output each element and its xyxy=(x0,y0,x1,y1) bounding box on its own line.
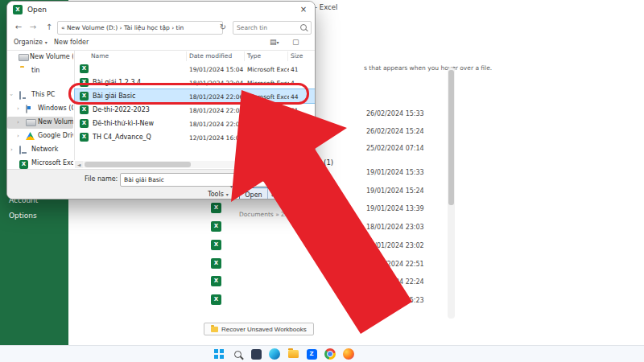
file-date: 12/01/2024 16:06 xyxy=(189,134,243,142)
file-type-combo[interactable]: All Excel Files xyxy=(238,173,312,187)
column-header-date-modified[interactable]: Date modified xyxy=(189,52,232,60)
file-type: Microsoft Excel W... xyxy=(247,93,289,101)
column-header-type[interactable]: Type xyxy=(247,52,261,60)
search-input[interactable] xyxy=(235,22,301,34)
file-size: 2 xyxy=(291,134,295,142)
open-button[interactable]: Open xyxy=(239,187,278,200)
tree-item-microsoft-excel[interactable]: Microsoft Excel xyxy=(7,158,73,170)
excel-file-icon xyxy=(80,133,89,142)
organize-label: Organize xyxy=(14,39,43,46)
chrome-button[interactable] xyxy=(324,348,336,360)
recent-file-row[interactable]: 18/01/2024 15:23 xyxy=(0,294,483,311)
edge-icon xyxy=(269,348,280,360)
file-date: 18/01/2024 22:07 xyxy=(189,107,243,114)
tree-item-network[interactable]: Network xyxy=(7,144,73,156)
excel-file-icon xyxy=(80,105,89,114)
search-icon xyxy=(300,24,307,31)
excel-file-icon xyxy=(211,294,221,305)
tree-item-label: This PC xyxy=(31,91,55,98)
firefox-button[interactable] xyxy=(342,348,355,360)
chevron-icon[interactable] xyxy=(17,105,19,112)
close-icon[interactable] xyxy=(292,2,315,18)
excel-file-icon xyxy=(211,203,221,213)
file-row[interactable]: Đề-thi-thử-kì-I-New 18/01/2024 22:03 Mic… xyxy=(75,117,315,130)
scrollbar-thumb[interactable] xyxy=(448,70,454,205)
zalo-button[interactable] xyxy=(305,348,318,360)
tree-item-this-pc[interactable]: This PC xyxy=(7,89,73,101)
chevron-expanded-icon[interactable] xyxy=(8,94,14,97)
forward-button[interactable] xyxy=(27,21,39,34)
file-size: 63 xyxy=(291,121,299,128)
cancel-button[interactable]: Cancel xyxy=(279,187,315,200)
refresh-button[interactable] xyxy=(217,21,229,34)
excel-icon xyxy=(19,160,28,169)
file-explorer-button[interactable] xyxy=(287,348,299,360)
screen: Account Options - Excel s that appears w… xyxy=(0,0,644,362)
file-row-selected[interactable]: Bài giải Basic 18/01/2024 22:06 Microsof… xyxy=(75,89,315,103)
tree-item-new-volume-d[interactable]: New Volume (D: xyxy=(7,117,73,129)
recent-file-row[interactable]: 18/01/2024 23:03 xyxy=(0,220,483,238)
file-type: Microsoft Excel W... xyxy=(247,80,289,87)
taskbar-icons xyxy=(213,348,355,360)
chevron-icon[interactable] xyxy=(17,133,19,139)
horizontal-scrollbar[interactable] xyxy=(75,161,315,168)
taskbar-search-button[interactable] xyxy=(231,348,244,360)
open-dialog: Open « New Volume (D:) › Tài liệu học tậ… xyxy=(6,1,316,200)
file-date: 18/01/2024 23:03 xyxy=(366,224,424,231)
address-breadcrumb[interactable]: « New Volume (D:) › Tài liệu học tập › t… xyxy=(57,21,223,35)
recover-unsaved-workbooks-button[interactable]: Recover Unsaved Workbooks xyxy=(204,323,314,335)
file-row[interactable]: TH C4_Advance_Q 12/01/2024 16:06 Microso… xyxy=(75,130,315,144)
tree-item-windows-c[interactable]: Windows (C:) xyxy=(7,103,73,115)
chevron-icon[interactable] xyxy=(17,119,19,125)
tools-menu-button[interactable]: Tools xyxy=(202,188,234,200)
chevron-icon[interactable] xyxy=(10,146,13,153)
chrome-icon xyxy=(324,348,336,360)
drive-icon xyxy=(26,119,36,126)
scrollbar-thumb[interactable] xyxy=(85,162,191,167)
tree-item-new-volume-d-quick[interactable]: New Volume (D: xyxy=(7,51,73,64)
window-title: - Excel xyxy=(315,3,337,11)
file-row[interactable]: Bài giải 1,2,3,4 18/01/2024 22:04 Micros… xyxy=(75,76,315,89)
file-date: 25/02/2024 07:14 xyxy=(366,145,424,152)
column-header-size[interactable]: Size xyxy=(291,52,303,60)
recent-file-row[interactable]: 18/01/2024 22:24 xyxy=(0,275,483,293)
app-icon xyxy=(251,349,262,360)
file-name-value: Bài giải Basic xyxy=(124,175,225,185)
recent-file-row[interactable]: 18/01/2024 23:02 xyxy=(0,239,483,257)
file-row[interactable]: 19/01/2024 15:04 Microsoft Excel W... 41 xyxy=(75,62,315,76)
edge-button[interactable] xyxy=(268,348,281,360)
backstage-scrollbar[interactable] xyxy=(448,68,455,319)
file-type: Microsoft Excel W... xyxy=(247,66,289,73)
file-name: TH C4_Advance_Q xyxy=(93,134,186,141)
file-name: De-thi-2022-2023 xyxy=(93,106,186,113)
tree-item-tin-folder[interactable]: tin xyxy=(7,65,73,77)
tree-item-label: tin xyxy=(31,67,39,74)
up-button[interactable] xyxy=(43,21,56,34)
tree-item-label: New Volume (D: xyxy=(38,118,73,125)
excel-file-icon xyxy=(80,92,89,101)
column-divider xyxy=(287,51,288,61)
dialog-titlebar[interactable]: Open xyxy=(7,2,315,18)
new-folder-button[interactable]: New folder xyxy=(54,39,89,46)
file-size: 44 xyxy=(291,93,299,101)
tree-item-google-drive-g[interactable]: Google Drive (G xyxy=(7,130,73,142)
column-header-name[interactable]: Name xyxy=(91,52,109,60)
view-options-icon[interactable]: ▤ xyxy=(270,38,279,46)
file-row[interactable]: De-thi-2022-2023 18/01/2024 22:07 Micros… xyxy=(75,103,315,117)
recent-file-row[interactable]: 18/01/2024 22:51 xyxy=(0,257,483,275)
open-split-arrow[interactable] xyxy=(267,188,277,200)
excel-icon xyxy=(13,5,23,14)
cancel-button-label: Cancel xyxy=(286,191,308,199)
back-button[interactable] xyxy=(12,21,25,34)
file-name: Đề-thi-thử-kì-I-New xyxy=(93,120,186,127)
preview-pane-icon[interactable]: ▢ xyxy=(292,38,299,46)
search-box[interactable] xyxy=(233,21,312,35)
file-date: 18/01/2024 22:04 xyxy=(189,80,243,87)
start-button[interactable] xyxy=(213,348,225,360)
scroll-left-icon[interactable] xyxy=(75,161,83,168)
file-name-combo[interactable]: Bài giải Basic xyxy=(120,173,236,187)
taskbar-app-button[interactable] xyxy=(250,348,262,360)
recent-file-row[interactable]: Documents » Zalo Received Files 19/01/20… xyxy=(0,202,483,220)
organize-menu-button[interactable]: Organize xyxy=(14,39,47,46)
column-divider xyxy=(244,51,245,61)
